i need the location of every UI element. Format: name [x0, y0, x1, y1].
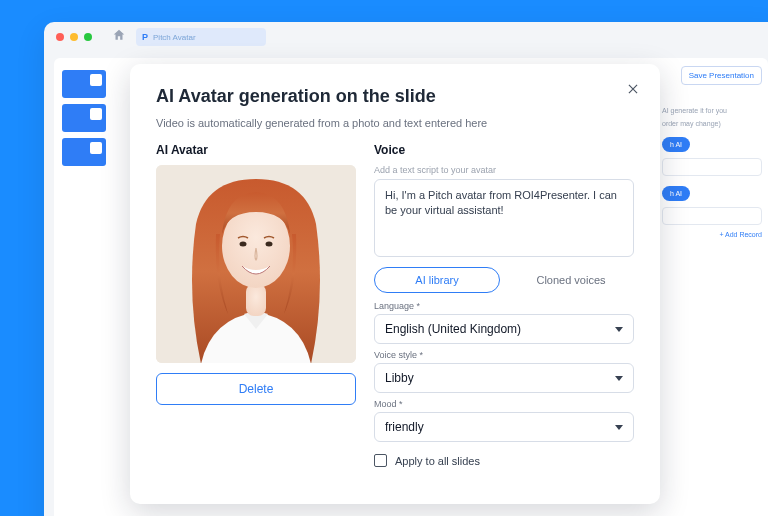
language-label: Language *: [374, 301, 634, 311]
voice-style-select[interactable]: Libby: [374, 363, 634, 393]
mood-label: Mood *: [374, 399, 634, 409]
right-panel: Save Presentation AI generate it for you…: [662, 66, 762, 238]
language-select[interactable]: English (United Kingdom): [374, 314, 634, 344]
modal-title: AI Avatar generation on the slide: [156, 86, 634, 107]
slide-thumb[interactable]: [62, 104, 106, 132]
url-bar[interactable]: P Pitch Avatar: [136, 28, 266, 46]
chevron-down-icon: [615, 425, 623, 430]
slide-thumb[interactable]: [62, 70, 106, 98]
language-value: English (United Kingdom): [385, 322, 521, 336]
apply-all-label: Apply to all slides: [395, 455, 480, 467]
svg-rect-1: [246, 284, 266, 316]
traffic-light-close[interactable]: [56, 33, 64, 41]
chevron-down-icon: [615, 327, 623, 332]
mood-value: friendly: [385, 420, 424, 434]
apply-all-checkbox[interactable]: [374, 454, 387, 467]
slide-thumbnails: [62, 70, 120, 172]
traffic-light-minimize[interactable]: [70, 33, 78, 41]
panel-slot: [662, 207, 762, 225]
slide-thumb[interactable]: [62, 138, 106, 166]
panel-hint: order may change): [662, 120, 762, 127]
avatar-preview[interactable]: [156, 165, 356, 363]
traffic-light-zoom[interactable]: [84, 33, 92, 41]
voice-style-value: Libby: [385, 371, 414, 385]
voice-style-label: Voice style *: [374, 350, 634, 360]
home-icon[interactable]: [112, 28, 126, 46]
avatar-section-label: AI Avatar: [156, 143, 356, 157]
ai-avatar-modal: AI Avatar generation on the slide Video …: [130, 64, 660, 504]
chevron-down-icon: [615, 376, 623, 381]
add-record-link[interactable]: + Add Record: [719, 231, 762, 238]
script-hint: Add a text script to your avatar: [374, 165, 634, 175]
close-icon[interactable]: [626, 82, 640, 100]
tab-ai-library[interactable]: AI library: [374, 267, 500, 293]
script-textarea[interactable]: Hi, I'm a Pitch avatar from ROI4Presente…: [374, 179, 634, 257]
modal-subtitle: Video is automatically generated from a …: [156, 117, 634, 129]
titlebar: P Pitch Avatar: [44, 22, 768, 52]
voice-section-label: Voice: [374, 143, 634, 157]
svg-point-4: [266, 242, 273, 247]
delete-avatar-button[interactable]: Delete: [156, 373, 356, 405]
app-logo-icon: P: [142, 32, 148, 42]
app-name: Pitch Avatar: [153, 33, 196, 42]
panel-hint: AI generate it for you: [662, 107, 762, 114]
svg-point-3: [240, 242, 247, 247]
ai-action-button[interactable]: h AI: [662, 186, 690, 201]
tab-cloned-voices[interactable]: Cloned voices: [508, 267, 634, 293]
panel-slot: [662, 158, 762, 176]
ai-action-button[interactable]: h AI: [662, 137, 690, 152]
save-presentation-button[interactable]: Save Presentation: [681, 66, 762, 85]
mood-select[interactable]: friendly: [374, 412, 634, 442]
